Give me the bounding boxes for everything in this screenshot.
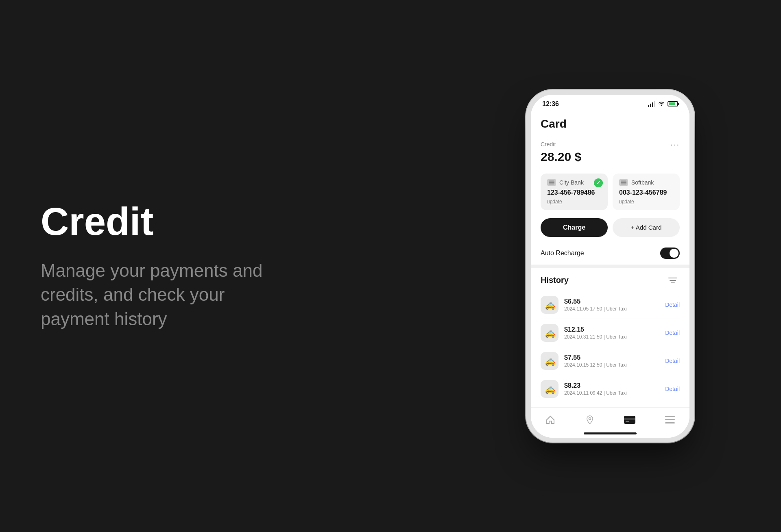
auto-recharge-toggle[interactable] <box>660 248 680 259</box>
phone-frame: 12:36 <box>531 95 689 438</box>
filter-line-2 <box>670 280 676 281</box>
nav-card[interactable] <box>616 414 644 426</box>
card-bank-icon <box>547 179 556 186</box>
app-content: Card Credit ··· 28.20 $ City <box>531 111 689 438</box>
history-meta-2: 2024.10.31 21:50 | Uber Taxi <box>564 334 665 340</box>
nav-menu[interactable] <box>657 414 683 426</box>
svg-rect-9 <box>665 422 675 423</box>
credit-label: Credit <box>541 141 556 148</box>
app-header: Card <box>531 111 689 134</box>
page-title: Credit <box>41 201 431 242</box>
cards-section: City Bank ✓ 123-456-789486 update Softba… <box>531 170 689 213</box>
svg-rect-3 <box>621 182 626 183</box>
history-info-4: $8.23 2024.10.11 09:42 | Uber Taxi <box>564 382 665 396</box>
card-bank-name-2: Softbank <box>631 179 654 186</box>
card-bank-icon-2 <box>619 179 628 186</box>
card-bank-row: City Bank <box>547 179 601 186</box>
detail-button-2[interactable]: Detail <box>665 330 680 336</box>
history-title: History <box>541 276 569 285</box>
right-section: 12:36 <box>472 95 781 438</box>
page-subtitle: Manage your payments and credits, and ch… <box>41 258 268 331</box>
detail-button-1[interactable]: Detail <box>665 302 680 308</box>
card-bank-name: City Bank <box>559 179 584 186</box>
svg-rect-8 <box>665 419 675 420</box>
history-item-2: 🚕 $12.15 2024.10.31 21:50 | Uber Taxi De… <box>541 319 680 347</box>
history-info-1: $6.55 2024.11.05 17:50 | Uber Taxi <box>564 298 665 312</box>
signal-icon <box>648 101 655 107</box>
card-update-link-2[interactable]: update <box>619 199 673 204</box>
history-meta-3: 2024.10.15 12:50 | Uber Taxi <box>564 362 665 368</box>
history-meta-1: 2024.11.05 17:50 | Uber Taxi <box>564 306 665 312</box>
history-item-4: 🚕 $8.23 2024.10.11 09:42 | Uber Taxi Det… <box>541 375 680 403</box>
taxi-icon-2: 🚕 <box>541 324 558 342</box>
history-amount-2: $12.15 <box>564 326 665 333</box>
credit-section: Credit ··· 28.20 $ <box>531 134 689 170</box>
history-header: History <box>541 275 680 286</box>
battery-icon <box>668 101 678 106</box>
card-update-link[interactable]: update <box>547 199 601 204</box>
detail-button-4[interactable]: Detail <box>665 386 680 392</box>
taxi-icon-4: 🚕 <box>541 380 558 398</box>
taxi-icon-3: 🚕 <box>541 352 558 370</box>
nav-home[interactable] <box>537 413 563 426</box>
credit-amount: 28.20 $ <box>541 150 680 164</box>
taxi-icon-1: 🚕 <box>541 296 558 314</box>
add-card-button[interactable]: + Add Card <box>613 218 680 237</box>
history-meta-4: 2024.10.11 09:42 | Uber Taxi <box>564 390 665 396</box>
history-info-2: $12.15 2024.10.31 21:50 | Uber Taxi <box>564 326 665 340</box>
card-number: 123-456-789486 <box>547 189 601 196</box>
app-title: Card <box>541 117 680 130</box>
history-item-1: 🚕 $6.55 2024.11.05 17:50 | Uber Taxi Det… <box>541 291 680 319</box>
nav-location[interactable] <box>577 413 603 426</box>
filter-line-3 <box>671 282 675 283</box>
wifi-icon <box>658 100 665 107</box>
history-info-3: $7.55 2024.10.15 12:50 | Uber Taxi <box>564 354 665 368</box>
history-item-3: 🚕 $7.55 2024.10.15 12:50 | Uber Taxi Det… <box>541 347 680 375</box>
filter-icon[interactable] <box>668 275 680 286</box>
card-bank-row-2: Softbank <box>619 179 673 186</box>
status-icons <box>648 100 678 107</box>
history-section: History 🚕 $6.55 2024.11.05 17:50 | Uber … <box>531 268 689 407</box>
status-time: 12:36 <box>542 100 559 108</box>
card-item-citybank[interactable]: City Bank ✓ 123-456-789486 update <box>541 174 608 210</box>
history-amount-3: $7.55 <box>564 354 665 361</box>
svg-rect-7 <box>665 416 675 417</box>
charge-button[interactable]: Charge <box>541 218 608 237</box>
history-amount-4: $8.23 <box>564 382 665 389</box>
home-bar <box>584 432 637 434</box>
toggle-knob <box>670 249 678 258</box>
action-buttons: Charge + Add Card <box>531 213 689 242</box>
status-bar: 12:36 <box>531 95 689 111</box>
svg-rect-1 <box>549 182 554 183</box>
divider <box>531 265 689 268</box>
card-number-2: 003-123-456789 <box>619 189 673 196</box>
filter-line-1 <box>668 278 677 278</box>
auto-recharge-label: Auto Recharge <box>541 250 584 257</box>
svg-rect-6 <box>626 421 629 422</box>
left-section: Credit Manage your payments and credits,… <box>0 169 472 363</box>
card-item-softbank[interactable]: Softbank 003-123-456789 update <box>613 174 680 210</box>
active-check-icon: ✓ <box>594 178 603 187</box>
auto-recharge-row: Auto Recharge <box>531 242 689 265</box>
svg-rect-5 <box>624 418 635 420</box>
detail-button-3[interactable]: Detail <box>665 358 680 364</box>
credit-header: Credit ··· <box>541 140 680 148</box>
more-options-icon[interactable]: ··· <box>670 140 680 148</box>
history-amount-1: $6.55 <box>564 298 665 305</box>
